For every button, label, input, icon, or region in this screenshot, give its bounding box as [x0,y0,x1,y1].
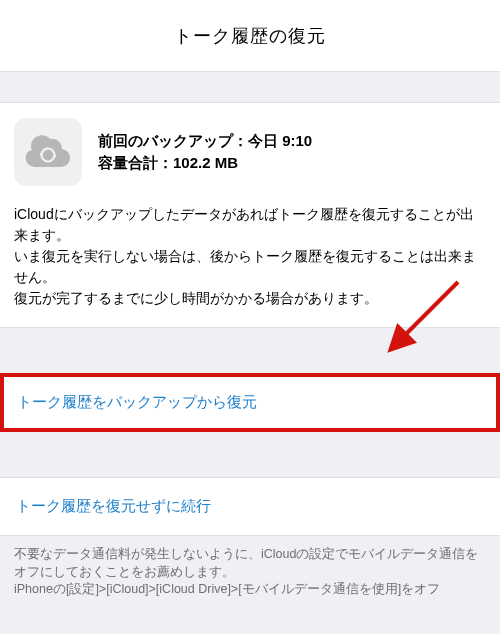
spacer-top [0,72,500,102]
cloud-refresh-icon [14,118,82,186]
last-backup-value: 今日 9:10 [248,132,312,149]
gap-1 [0,328,500,373]
backup-info: 前回のバックアップ：今日 9:10 容量合計：102.2 MB [98,130,486,175]
gap-2 [0,432,500,477]
desc-line-1: iCloudにバックアップしたデータがあればトーク履歴を復元することが出来ます。 [14,204,486,246]
footer-note: 不要なデータ通信料が発生しないように、iCloudの設定でモバイルデータ通信をオ… [0,536,500,609]
header: トーク履歴の復元 [0,0,500,72]
size-line: 容量合計：102.2 MB [98,152,486,175]
desc-line-3: 復元が完了するまでに少し時間がかかる場合があります。 [14,288,486,309]
restore-button[interactable]: トーク履歴をバックアップから復元 [0,373,500,432]
backup-summary-row: 前回のバックアップ：今日 9:10 容量合計：102.2 MB [14,118,486,186]
page-title: トーク履歴の復元 [174,24,326,48]
size-label: 容量合計： [98,154,173,171]
size-value: 102.2 MB [173,154,238,171]
last-backup-line: 前回のバックアップ：今日 9:10 [98,130,486,153]
footer-line-2: iPhoneの[設定]>[iCloud]>[iCloud Drive]>[モバイ… [14,581,486,599]
last-backup-label: 前回のバックアップ： [98,132,248,149]
desc-line-2: いま復元を実行しない場合は、後からトーク履歴を復元することは出来ません。 [14,246,486,288]
description-text: iCloudにバックアップしたデータがあればトーク履歴を復元することが出来ます。… [14,204,486,309]
backup-card: 前回のバックアップ：今日 9:10 容量合計：102.2 MB iCloudにバ… [0,102,500,328]
footer-line-1: 不要なデータ通信料が発生しないように、iCloudの設定でモバイルデータ通信をオ… [14,546,486,581]
skip-label: トーク履歴を復元せずに続行 [16,497,484,516]
skip-button[interactable]: トーク履歴を復元せずに続行 [0,477,500,536]
restore-label: トーク履歴をバックアップから復元 [17,393,483,412]
